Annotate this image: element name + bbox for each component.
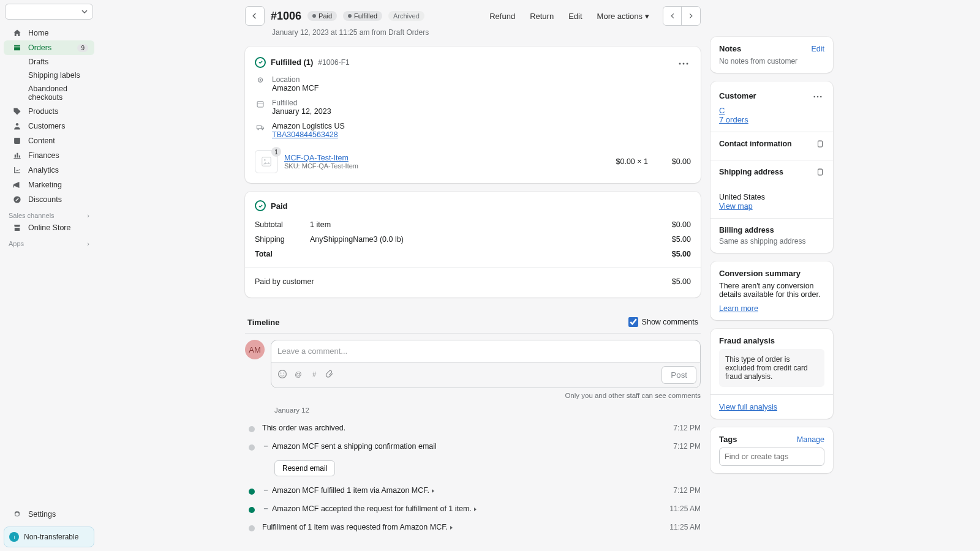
subtotal-items: 1 item bbox=[310, 220, 672, 229]
store-icon bbox=[12, 223, 22, 233]
kebab-menu[interactable] bbox=[676, 55, 691, 69]
store-selector[interactable] bbox=[5, 4, 93, 20]
timeline-dot bbox=[249, 444, 255, 451]
nav-label: Finances bbox=[28, 151, 59, 160]
mention-icon[interactable]: @ bbox=[293, 369, 303, 381]
timeline-time: 11:25 AM bbox=[669, 523, 701, 531]
shipping-label: Shipping bbox=[255, 235, 310, 244]
svg-text:i: i bbox=[13, 534, 15, 540]
prev-order-button[interactable] bbox=[663, 7, 682, 25]
nav-label: Abandoned checkouts bbox=[28, 84, 88, 102]
nav-settings[interactable]: Settings bbox=[4, 507, 94, 522]
nav-label: Shipping labels bbox=[28, 71, 80, 80]
notes-card: NotesEdit No notes from customer bbox=[710, 37, 833, 73]
collapse-icon[interactable]: − bbox=[262, 504, 270, 513]
billing-same: Same as shipping address bbox=[719, 237, 824, 246]
tags-input[interactable] bbox=[719, 448, 824, 466]
chevron-right-icon[interactable]: › bbox=[87, 240, 89, 247]
svg-point-15 bbox=[281, 373, 282, 374]
tags-manage[interactable]: Manage bbox=[797, 435, 824, 444]
tag-icon bbox=[12, 107, 22, 116]
timeline-event: Fulfillment of 1 item was requested from… bbox=[262, 523, 448, 531]
timeline-dot bbox=[249, 507, 255, 513]
expand-icon[interactable] bbox=[450, 526, 453, 530]
orders-icon bbox=[12, 43, 22, 53]
return-button[interactable]: Return bbox=[524, 8, 560, 24]
paidby-amt: $5.00 bbox=[672, 277, 691, 286]
chevron-down-icon bbox=[81, 7, 88, 17]
nav-customers[interactable]: Customers bbox=[4, 119, 94, 133]
shipping-amt: $5.00 bbox=[672, 235, 691, 244]
fraud-card: Fraud analysis This type of order is exc… bbox=[710, 329, 833, 419]
svg-point-16 bbox=[284, 373, 285, 374]
timeline-event: Amazon MCF sent a shipping confirmation … bbox=[272, 442, 437, 451]
clipboard-icon[interactable] bbox=[816, 168, 824, 178]
carrier: Amazon Logistics US bbox=[272, 122, 345, 130]
svg-point-8 bbox=[260, 79, 262, 81]
nav-label: Products bbox=[28, 107, 58, 116]
nontransfer-banner[interactable]: iNon-transferable bbox=[4, 527, 94, 547]
nav-marketing[interactable]: Marketing bbox=[4, 178, 94, 192]
location-label: Location bbox=[272, 75, 318, 84]
nav-label: Orders bbox=[28, 43, 51, 52]
show-comments-toggle[interactable]: Show comments bbox=[628, 317, 698, 327]
nav-orders[interactable]: Orders9 bbox=[4, 40, 94, 55]
more-actions-button[interactable]: More actions▾ bbox=[591, 8, 655, 24]
finance-icon bbox=[12, 151, 22, 160]
product-thumb: 1 bbox=[255, 150, 278, 173]
collapse-icon[interactable]: − bbox=[262, 442, 270, 451]
conversion-card: Conversion summary There aren't any conv… bbox=[710, 261, 833, 320]
paid-badge: Paid bbox=[307, 11, 337, 21]
svg-text:@: @ bbox=[295, 370, 301, 378]
svg-point-21 bbox=[820, 96, 822, 98]
orders-badge: 9 bbox=[77, 44, 88, 52]
nav-label: Settings bbox=[28, 510, 56, 519]
discount-icon bbox=[12, 195, 22, 204]
next-order-button[interactable] bbox=[682, 7, 700, 25]
post-button[interactable]: Post bbox=[662, 366, 696, 384]
notes-edit[interactable]: Edit bbox=[811, 45, 824, 53]
back-button[interactable] bbox=[245, 6, 265, 26]
attach-icon[interactable] bbox=[325, 369, 335, 381]
nav-online-store[interactable]: Online Store bbox=[4, 220, 94, 235]
fraud-view-link[interactable]: View full analysis bbox=[719, 403, 777, 411]
customer-orders-link[interactable]: 7 orders bbox=[719, 115, 748, 124]
nav-abandoned[interactable]: Abandoned checkouts bbox=[4, 82, 94, 104]
billing-label: Billing address bbox=[719, 226, 774, 234]
expand-icon[interactable] bbox=[432, 489, 434, 493]
timeline-title: Timeline bbox=[247, 318, 280, 327]
learn-more-link[interactable]: Learn more bbox=[719, 304, 758, 313]
collapse-icon[interactable]: − bbox=[262, 486, 270, 495]
nav-drafts[interactable]: Drafts bbox=[4, 55, 94, 69]
nav-content[interactable]: Content bbox=[4, 133, 94, 148]
customer-card: Customer C 7 orders Contact information … bbox=[710, 81, 833, 253]
view-map-link[interactable]: View map bbox=[719, 202, 753, 211]
item-link[interactable]: MCF-QA-Test-Item bbox=[284, 154, 349, 162]
clipboard-icon[interactable] bbox=[816, 140, 824, 150]
svg-point-4 bbox=[679, 63, 681, 65]
hash-icon[interactable]: # bbox=[309, 369, 319, 381]
gear-icon bbox=[12, 509, 22, 519]
person-icon bbox=[12, 121, 22, 131]
chevron-right-icon[interactable]: › bbox=[87, 212, 89, 219]
emoji-icon[interactable] bbox=[277, 369, 287, 381]
refund-button[interactable]: Refund bbox=[483, 8, 521, 24]
marketing-icon bbox=[12, 180, 22, 190]
resend-email-button[interactable]: Resend email bbox=[274, 460, 335, 476]
nav-products[interactable]: Products bbox=[4, 104, 94, 119]
nav-analytics[interactable]: Analytics bbox=[4, 163, 94, 178]
customer-link[interactable]: C bbox=[719, 106, 725, 115]
caret-down-icon: ▾ bbox=[645, 12, 649, 21]
nav-home[interactable]: Home bbox=[4, 26, 94, 40]
paid-card: Paid Subtotal1 item$0.00 ShippingAnyShip… bbox=[245, 192, 701, 298]
show-comments-checkbox[interactable] bbox=[628, 317, 638, 327]
svg-point-13 bbox=[264, 159, 266, 161]
tracking-link[interactable]: TBA304844563428 bbox=[272, 130, 338, 139]
nav-finances[interactable]: Finances bbox=[4, 148, 94, 163]
nav-shipping-labels[interactable]: Shipping labels bbox=[4, 69, 94, 82]
edit-button[interactable]: Edit bbox=[562, 8, 588, 24]
expand-icon[interactable] bbox=[474, 508, 477, 511]
comment-input[interactable]: Leave a comment... bbox=[271, 340, 701, 362]
kebab-menu[interactable] bbox=[811, 89, 824, 102]
nav-discounts[interactable]: Discounts bbox=[4, 192, 94, 207]
